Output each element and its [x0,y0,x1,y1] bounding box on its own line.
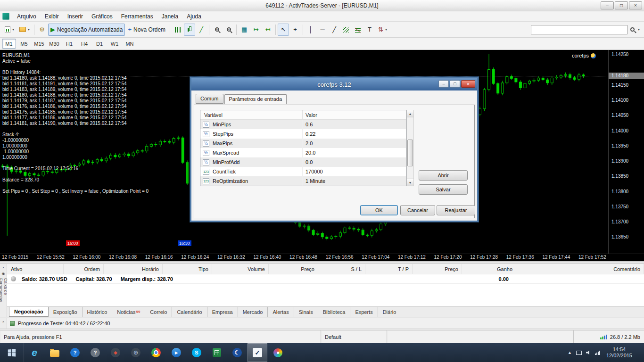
timeframe-m15[interactable]: M15 [32,39,46,49]
menu-ferramentas[interactable]: Ferramentas [117,12,157,21]
toolbox-pin-icon[interactable]: ◉ [1,271,6,276]
tab-diario[interactable]: Diário [378,307,402,317]
internet-explorer-taskbar-button[interactable]: e [25,343,44,362]
menu-janela[interactable]: Janela [157,12,182,21]
column-header-s-l[interactable]: S / L [318,264,365,274]
column-header-comentario[interactable]: Comentário [516,264,644,274]
abrir-button[interactable]: Abrir [419,170,468,181]
tab-sinais[interactable]: Sinais [294,307,318,317]
equidistant-channel-button[interactable] [340,24,352,36]
scroll-track[interactable] [407,117,413,179]
scroll-thumb[interactable] [407,140,413,166]
line-chart-button[interactable]: ╱ [196,24,207,36]
column-header-volume[interactable]: Volume [212,264,269,274]
tile-windows-button[interactable]: ▦ [239,24,250,36]
param-value[interactable]: 0.22 [302,129,406,139]
param-row-maxpips[interactable]: ½MaxPips2.0 [200,139,406,148]
palette-app-taskbar-button[interactable] [268,343,288,362]
horizontal-line-button[interactable]: ─ [317,24,328,36]
menu-exibir[interactable]: Exibir [41,12,63,21]
tab-biblioteca[interactable]: Biblioteca [318,307,351,317]
param-row-counttick[interactable]: 123CountTick170000 [200,167,406,176]
chart-plot[interactable]: EURUSD,M1Active = false BD History 14084… [0,50,608,254]
reajustar-button[interactable]: Reajustar [437,205,475,215]
menu-ajuda[interactable]: Ajuda [182,12,206,21]
taskbar-clock[interactable]: 14:54 12/02/2015 [604,346,634,359]
timeframe-h4[interactable]: H4 [77,39,91,49]
arrows-button[interactable]: ⇅▾ [376,24,389,36]
tab-negociacao[interactable]: Negociação [9,307,49,317]
tray-volume-icon[interactable] [586,350,591,355]
chrome-taskbar-button[interactable] [146,343,166,362]
maximize-button[interactable]: □ [615,1,628,9]
param-value[interactable]: 170000 [302,167,406,176]
toolbar-overflow-icon[interactable]: ▾ [638,27,640,32]
minimize-button[interactable]: – [601,1,614,9]
tab-exposicao[interactable]: Exposição [49,307,83,317]
zoom-out-button[interactable]: − [223,24,234,36]
dialog-title-bar[interactable]: corefps 3.12 – □ × [191,78,477,90]
tester-close-icon[interactable]: × [1,319,6,324]
new-order-button[interactable]: +Nova Ordem [125,24,168,36]
file-explorer-taskbar-button[interactable] [45,343,65,362]
tray-network-icon[interactable] [595,351,600,355]
tab-mercado[interactable]: Mercado [238,307,268,317]
start-button[interactable] [0,343,24,362]
column-header-ordem[interactable]: Ordem [64,264,104,274]
tray-display-icon[interactable] [576,351,582,355]
timeframe-m5[interactable]: M5 [17,39,31,49]
search-input[interactable] [531,25,627,34]
crosshair-button[interactable]: + [289,24,301,36]
candlestick-chart-button[interactable] [184,24,195,36]
column-header-ganho[interactable]: Ganho [462,264,516,274]
cursor-button[interactable]: ↖ [278,24,289,36]
search-icon[interactable] [629,26,636,33]
column-header-t-p[interactable]: T / P [365,264,413,274]
column-variavel[interactable]: Variável [200,112,302,118]
globe-app-taskbar-button[interactable]: ⊕ [126,343,146,362]
auto-trading-button[interactable]: ▶Negociação Automatizada [48,24,125,36]
close-button[interactable]: × [629,1,642,9]
toolbox-close-icon[interactable]: × [1,265,6,270]
column-valor[interactable]: Valor [302,110,406,119]
profiles-button[interactable]: ▾ [17,24,32,36]
column-header-horario[interactable]: Horário [104,264,163,274]
timeframe-d1[interactable]: D1 [92,39,107,49]
tray-expand-icon[interactable]: ▲ [568,350,572,355]
column-header-preco[interactable]: Preço [413,264,462,274]
fibonacci-retracement-button[interactable] [352,24,363,36]
timeframe-m30[interactable]: M30 [47,39,61,49]
scroll-down-icon[interactable]: ▼ [407,179,413,186]
text-label-button[interactable]: T [364,24,375,36]
param-row-steppips[interactable]: ½StepPips0.22 [200,129,406,139]
tab-correio[interactable]: Correio [145,307,172,317]
dialog-maximize-button[interactable]: □ [450,80,460,88]
tab-calendario[interactable]: Calendário [172,307,207,317]
timeframe-w1[interactable]: W1 [107,39,122,49]
auto-scroll-button[interactable]: ↦ [250,24,262,36]
param-value[interactable]: 2.0 [302,139,406,148]
tab-noticias[interactable]: Noticias99 [112,307,145,317]
tab-historico[interactable]: Histórico [83,307,113,317]
menu-arquivo[interactable]: Arquivo [13,12,41,21]
chart-shift-button[interactable]: ↤ [262,24,273,36]
param-value[interactable]: 0.6 [302,120,406,129]
trading-terminal-taskbar-button[interactable]: ✓ [248,343,267,362]
dialog-minimize-button[interactable]: – [438,80,449,88]
dialog-scrollbar[interactable]: ▲ ▼ [406,110,414,186]
timeframe-h1[interactable]: H1 [62,39,76,49]
balance-row[interactable]: Saldo: 328.70 USD Capital: 328.70 Margem… [7,274,644,284]
param-row-maxspread[interactable]: ½MaxSpread20.0 [200,148,406,157]
menu-inserir[interactable]: Inserir [63,12,87,21]
expert-advisors-button[interactable]: ⚙ [36,24,48,36]
param-value[interactable]: 20.0 [302,148,406,157]
trendline-button[interactable]: ╱ [329,24,340,36]
ok-button[interactable]: OK [360,205,398,215]
column-header-preco[interactable]: Preço [269,264,318,274]
skype-taskbar-button[interactable]: S [187,343,206,362]
spreadsheet-taskbar-button[interactable] [207,343,227,362]
cancelar-button[interactable]: Cancelar [400,205,435,215]
support-taskbar-button[interactable]: ? [85,343,105,362]
tab-alertas[interactable]: Alertas [268,307,294,317]
tab-comum[interactable]: Comum [196,94,223,104]
